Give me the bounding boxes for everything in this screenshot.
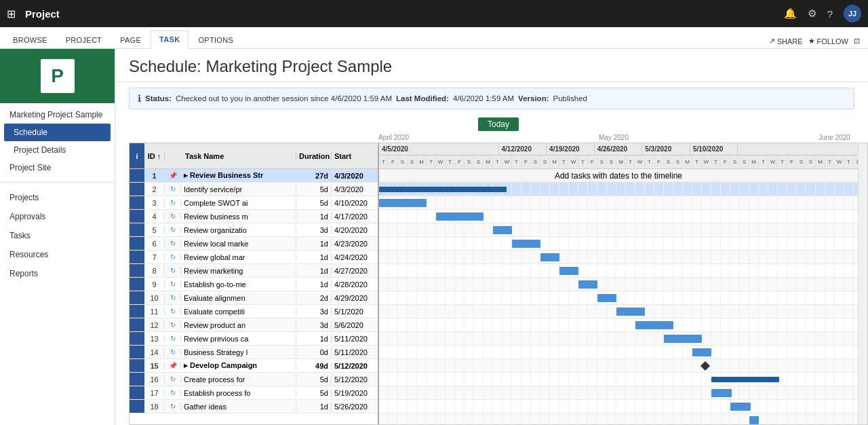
- tab-options[interactable]: OPTIONS: [189, 31, 242, 48]
- table-row[interactable]: 4 ↻ Review business m 1d 4/17/2020: [130, 210, 378, 223]
- gantt-cell: [502, 278, 512, 291]
- sidebar-item-reports[interactable]: Reports: [0, 264, 115, 283]
- gantt-bar[interactable]: [512, 240, 540, 248]
- table-row[interactable]: 12 ↻ Review product an 3d 5/6/2020: [130, 318, 378, 332]
- gantt-bar[interactable]: [711, 377, 779, 382]
- gantt-bar[interactable]: [597, 294, 616, 302]
- gantt-cell: [844, 264, 854, 277]
- gantt-cell: [427, 237, 436, 250]
- table-row[interactable]: 13 ↻ Review previous ca 1d 5/11/2020: [130, 332, 378, 346]
- table-row[interactable]: 18 ↻ Gather ideas 1d 5/26/2020: [130, 400, 378, 413]
- gantt-bar[interactable]: [635, 321, 673, 329]
- gantt-cell: [417, 400, 427, 413]
- gantt-bar[interactable]: [379, 199, 427, 207]
- sidebar-item-projects[interactable]: Projects: [0, 188, 115, 207]
- table-row[interactable]: 16 ↻ Create process for 5d 5/12/2020: [130, 373, 378, 386]
- sidebar-item-project-details[interactable]: Project Details: [0, 141, 115, 159]
- th-duration[interactable]: Duration: [296, 152, 332, 160]
- td-duration: 3d: [296, 226, 332, 234]
- gantt-cell: [711, 400, 721, 413]
- gantt-cell: [588, 210, 597, 223]
- waffle-icon[interactable]: ⊞: [7, 7, 16, 20]
- sidebar-item-tasks[interactable]: Tasks: [0, 226, 115, 245]
- gantt-cell: [654, 346, 664, 358]
- gantt-cell: [673, 223, 683, 236]
- gantt-cell: [578, 291, 588, 304]
- gantt-cell: [768, 359, 778, 372]
- gantt-cell: [654, 251, 664, 263]
- table-row[interactable]: 10 ↻ Evaluate alignmen 2d 4/29/2020: [130, 291, 378, 305]
- gantt-cell: [844, 400, 854, 413]
- gantt-bar[interactable]: [616, 308, 645, 316]
- gantt-scrollbar[interactable]: [858, 143, 867, 424]
- gantt-cell: [578, 237, 588, 250]
- th-task[interactable]: Task Name: [181, 152, 296, 160]
- table-row[interactable]: 11 ↻ Evaluate competiti 3d 5/1/2020: [130, 305, 378, 318]
- settings-icon[interactable]: ⚙: [808, 7, 816, 20]
- table-row[interactable]: 3 ↻ Complete SWOT ai 5d 4/10/2020: [130, 196, 378, 210]
- td-id: 17: [144, 389, 165, 397]
- gantt-cell: [626, 373, 635, 386]
- tab-browse[interactable]: BROWSE: [4, 31, 56, 48]
- gantt-cell: [692, 386, 702, 399]
- gantt-bar[interactable]: [749, 416, 759, 424]
- gantt-cell: [616, 400, 626, 413]
- table-row[interactable]: 5 ↻ Review organizatio 3d 4/20/2020: [130, 223, 378, 237]
- table-row[interactable]: 15 📌 ▸ Develop Campaign 49d 5/12/2020: [130, 359, 378, 373]
- gantt-bar[interactable]: [711, 389, 732, 397]
- gantt-bar[interactable]: [664, 335, 702, 343]
- avatar[interactable]: JJ: [844, 5, 861, 22]
- th-start[interactable]: Start: [332, 152, 378, 160]
- gantt-bar[interactable]: [730, 403, 751, 411]
- gantt-cell: [835, 359, 844, 372]
- table-row[interactable]: 7 ↻ Review global mar 1d 4/24/2020: [130, 251, 378, 264]
- table-row[interactable]: 8 ↻ Review marketing 1d 4/27/2020: [130, 264, 378, 278]
- gantt-day-cell: M: [550, 155, 559, 168]
- gantt-bar[interactable]: [493, 226, 512, 234]
- gantt-cell: [559, 251, 569, 263]
- tab-task[interactable]: TASK: [151, 31, 189, 49]
- gantt-bar[interactable]: [436, 212, 484, 221]
- sidebar-item-approvals[interactable]: Approvals: [0, 207, 115, 226]
- gantt-cell: [673, 291, 683, 304]
- table-row[interactable]: 6 ↻ Review local marke 1d 4/23/2020: [130, 237, 378, 251]
- table-row[interactable]: 9 ↻ Establish go-to-me 1d 4/28/2020: [130, 278, 378, 291]
- sidebar-item-project-site[interactable]: Project Site: [0, 159, 115, 177]
- table-row[interactable]: 14 ↻ Business Strategy l 0d 5/11/2020: [130, 346, 378, 359]
- gantt-bar[interactable]: [692, 348, 711, 356]
- table-row[interactable]: 1 📌 ▸ Review Business Str 27d 4/3/2020: [130, 169, 378, 183]
- follow-button[interactable]: ★ FOLLOW: [808, 37, 848, 45]
- gantt-row: [379, 318, 858, 332]
- gantt-cell: [455, 332, 465, 345]
- th-id[interactable]: ID ↑: [144, 152, 165, 160]
- gantt-cell: [465, 332, 474, 345]
- gantt-cell: [816, 183, 825, 196]
- gantt-cell: [465, 305, 474, 318]
- today-button[interactable]: Today: [478, 117, 519, 131]
- table-row[interactable]: 2 ↻ Identify service/pr 5d 4/3/2020: [130, 183, 378, 196]
- td-start: 5/11/2020: [332, 348, 378, 356]
- gantt-cell: [825, 386, 835, 399]
- gantt-bar[interactable]: [559, 267, 578, 275]
- share-button[interactable]: ↗ SHARE: [769, 37, 803, 45]
- gantt-cell: [664, 346, 673, 358]
- gantt-cell: [550, 305, 559, 318]
- table-row[interactable]: 17 ↻ Establish process fo 5d 5/19/2020: [130, 386, 378, 400]
- sidebar: P Marketing Project Sample Schedule Proj…: [0, 49, 115, 425]
- sidebar-item-resources[interactable]: Resources: [0, 245, 115, 264]
- sidebar-item-schedule[interactable]: Schedule: [4, 124, 111, 141]
- gantt-cell: [854, 278, 858, 291]
- gantt-day-cell: S: [730, 155, 740, 168]
- notification-icon[interactable]: 🔔: [784, 7, 797, 20]
- focus-button[interactable]: ⊡: [854, 37, 860, 45]
- help-icon[interactable]: ?: [827, 8, 833, 20]
- tab-project[interactable]: PROJECT: [57, 31, 111, 48]
- gantt-bar[interactable]: [578, 280, 597, 289]
- gantt-cell: [721, 400, 730, 413]
- gantt-cell: [835, 386, 844, 399]
- gantt-bar[interactable]: [379, 187, 507, 192]
- tab-page[interactable]: PAGE: [111, 31, 150, 48]
- gantt-bar[interactable]: [540, 253, 559, 261]
- gantt-cell: [521, 251, 531, 263]
- gantt-cell: [398, 237, 408, 250]
